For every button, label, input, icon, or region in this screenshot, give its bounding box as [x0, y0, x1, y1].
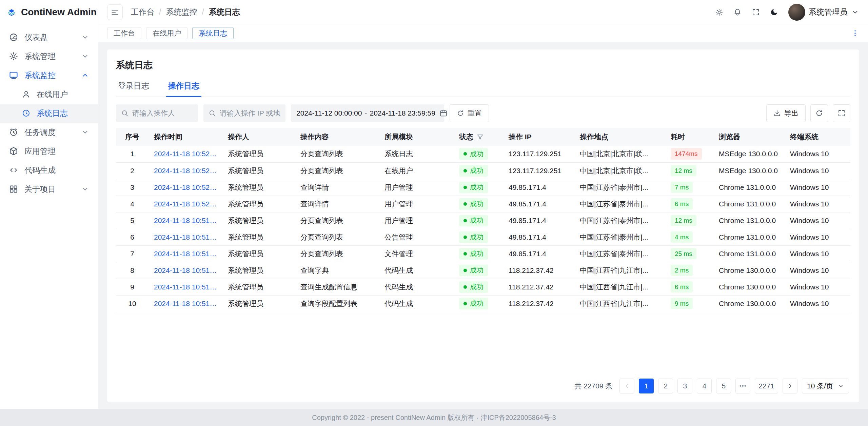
settings-gear-icon[interactable]: [715, 8, 723, 16]
cell-content: 查询字段配置列表: [295, 295, 379, 312]
sidebar-item-system-management[interactable]: 系统管理: [0, 47, 98, 66]
pagination-ellipsis[interactable]: •••: [735, 379, 750, 393]
nav-tab-system-logs[interactable]: 系统日志: [192, 27, 234, 39]
nav-tab-workbench[interactable]: 工作台: [107, 27, 141, 39]
icon-monitor: [9, 70, 18, 80]
cell-status: 成功: [454, 179, 503, 196]
date-range-picker[interactable]: 2024-11-12 00:00:00 - 2024-11-18 23:59:5…: [291, 104, 444, 122]
cell-location: 中国|江苏省|泰州市|...: [574, 245, 665, 262]
download-icon: [773, 109, 781, 117]
notification-bell-icon[interactable]: [733, 8, 742, 16]
operator-search-input[interactable]: 请输入操作人: [116, 104, 198, 122]
content: 系统日志 登录日志 操作日志 请输入操作人 请输入操作 IP 或地点: [98, 42, 868, 409]
cell-time-link[interactable]: 2024-11-18 10:51:49: [149, 279, 222, 295]
cell-status: 成功: [454, 146, 503, 162]
pagination-page-4[interactable]: 4: [697, 379, 712, 393]
app-logo-icon: [7, 8, 16, 16]
cell-os: Windows 10: [785, 229, 850, 245]
sidebar-item-task-schedule[interactable]: 任务调度: [0, 123, 98, 142]
sidebar-collapse-button[interactable]: [107, 4, 123, 20]
pagination-page-2271[interactable]: 2271: [755, 379, 778, 393]
cell-operator: 系统管理员: [222, 295, 295, 312]
system-logs-card: 系统日志 登录日志 操作日志 请输入操作人 请输入操作 IP 或地点: [107, 49, 859, 402]
status-badge: 成功: [459, 215, 488, 226]
menu-fold-icon: [111, 8, 119, 17]
cell-browser: Chrome 130.0.0.0: [713, 262, 785, 279]
breadcrumb-item-logs[interactable]: 系统日志: [209, 7, 240, 17]
status-dot: [463, 152, 467, 156]
cell-module: 文件管理: [379, 245, 454, 262]
cell-time-link[interactable]: 2024-11-18 10:51:50: [149, 262, 222, 279]
nav-tab-online-users[interactable]: 在线用户: [146, 27, 188, 39]
pagination-page-5[interactable]: 5: [716, 379, 731, 393]
tabs-more-icon[interactable]: [851, 29, 859, 37]
icon-cube: [9, 146, 18, 156]
sidebar-subitem-system-logs[interactable]: 系统日志: [0, 104, 98, 123]
status-badge: 成功: [459, 182, 488, 193]
table-row: 9 2024-11-18 10:51:49 系统管理员 查询生成配置信息 代码生…: [116, 279, 850, 295]
pagination-page-2[interactable]: 2: [658, 379, 673, 393]
cell-time-link[interactable]: 2024-11-18 10:51:52: [149, 245, 222, 262]
status-badge: 成功: [459, 248, 488, 260]
sidebar-item-system-monitor[interactable]: 系统监控: [0, 66, 98, 85]
cell-os: Windows 10: [785, 262, 850, 279]
page-size-select[interactable]: 10 条/页: [802, 379, 849, 393]
ip-search-input[interactable]: 请输入操作 IP 或地点: [203, 104, 285, 122]
cell-time-link[interactable]: 2024-11-18 10:52:55: [149, 146, 222, 162]
tab-login-logs[interactable]: 登录日志: [116, 78, 151, 97]
pagination: 共 22709 条 12345•••2271 10 条/页: [116, 372, 850, 396]
cell-content: 分页查询列表: [295, 212, 379, 229]
cell-os: Windows 10: [785, 245, 850, 262]
main-area: 工作台 / 系统监控 / 系统日志 系统管理员: [98, 0, 868, 409]
log-table-head-row: 序号操作时间操作人操作内容所属模块状态操作 IP操作地点耗时浏览器终端系统: [116, 128, 850, 146]
pagination-prev-button[interactable]: [619, 379, 634, 393]
logo[interactable]: ContiNew Admin: [0, 0, 98, 24]
chevron-down-icon: [838, 383, 844, 389]
chevron-down-icon: [81, 52, 89, 60]
sidebar-item-code-generation[interactable]: 代码生成: [0, 161, 98, 180]
cell-ip: 118.212.37.42: [503, 295, 574, 312]
fullscreen-table-button[interactable]: [833, 104, 850, 122]
sidebar-item-app-management[interactable]: 应用管理: [0, 142, 98, 161]
status-badge: 成功: [459, 265, 488, 276]
fullscreen-icon[interactable]: [752, 8, 760, 16]
chevron-down-icon: [81, 33, 89, 41]
cell-browser: Chrome 131.0.0.0: [713, 229, 785, 245]
reset-button[interactable]: 重置: [450, 104, 489, 122]
cell-time-link[interactable]: 2024-11-18 10:51:53: [149, 229, 222, 245]
cell-os: Windows 10: [785, 196, 850, 212]
pagination-pages: 12345•••2271: [639, 379, 778, 393]
pagination-next-button[interactable]: [783, 379, 797, 393]
breadcrumb-item-monitor[interactable]: 系统监控: [166, 7, 197, 17]
export-button-label: 导出: [784, 108, 798, 118]
sidebar-item-about-project[interactable]: 关于项目: [0, 180, 98, 199]
cell-time-link[interactable]: 2024-11-18 10:51:49: [149, 295, 222, 312]
cell-ip: 49.85.171.4: [503, 179, 574, 196]
cell-module: 用户管理: [379, 196, 454, 212]
cell-status: 成功: [454, 196, 503, 212]
export-button[interactable]: 导出: [766, 104, 806, 122]
user-menu[interactable]: 系统管理员: [788, 4, 859, 21]
cell-time-link[interactable]: 2024-11-18 10:52:12: [149, 179, 222, 196]
cell-time-link[interactable]: 2024-11-18 10:51:55: [149, 212, 222, 229]
icon-user: [22, 90, 31, 99]
cell-time-link[interactable]: 2024-11-18 10:52:47: [149, 162, 222, 179]
breadcrumb-item-workbench[interactable]: 工作台: [131, 7, 154, 17]
status-badge: 成功: [459, 231, 488, 243]
cell-location: 中国|江苏省|泰州市|...: [574, 212, 665, 229]
status-dot: [463, 169, 467, 173]
tab-operation-logs[interactable]: 操作日志: [166, 78, 201, 97]
cell-browser: Chrome 130.0.0.0: [713, 279, 785, 295]
cell-time-link[interactable]: 2024-11-18 10:52:05: [149, 196, 222, 212]
refresh-table-button[interactable]: [810, 104, 828, 122]
cell-content: 查询详情: [295, 196, 379, 212]
filter-icon[interactable]: [476, 133, 484, 141]
table-column-header: 所属模块: [379, 128, 454, 146]
pagination-page-3[interactable]: 3: [677, 379, 692, 393]
pagination-page-1[interactable]: 1: [639, 379, 654, 393]
table-row: 1 2024-11-18 10:52:55 系统管理员 分页查询列表 系统日志 …: [116, 146, 850, 162]
sidebar-subitem-online-users[interactable]: 在线用户: [0, 85, 98, 104]
dark-mode-moon-icon[interactable]: [770, 8, 778, 16]
sidebar-item-dashboard[interactable]: 仪表盘: [0, 28, 98, 47]
cell-index: 4: [116, 196, 149, 212]
